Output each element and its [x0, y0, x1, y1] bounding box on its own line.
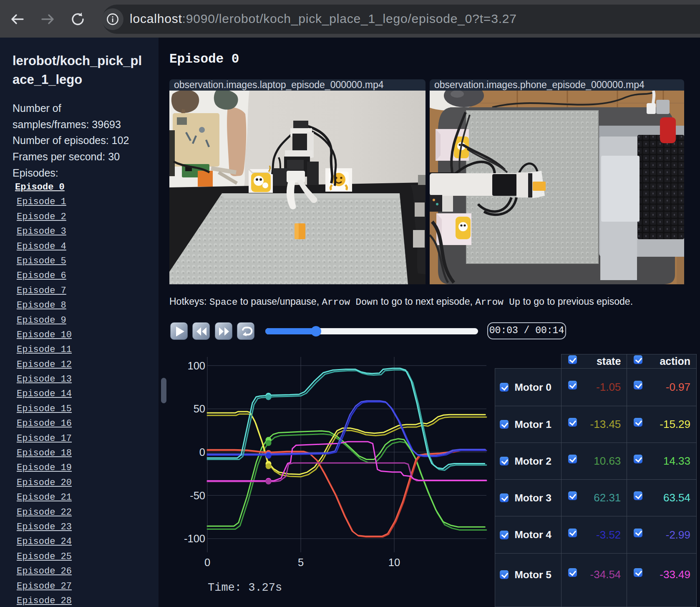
svg-text:50: 50 — [194, 403, 205, 415]
svg-text:-100: -100 — [184, 533, 205, 544]
svg-text:100: 100 — [187, 360, 205, 372]
svg-text:0: 0 — [204, 556, 210, 568]
svg-text:10: 10 — [388, 556, 400, 568]
svg-text:5: 5 — [298, 556, 304, 568]
svg-text:-50: -50 — [190, 490, 205, 501]
svg-text:0: 0 — [199, 446, 205, 458]
